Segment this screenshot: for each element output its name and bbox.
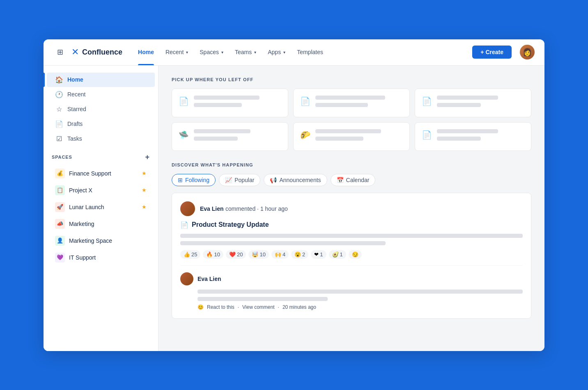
reactions-bar: 👍 25 🔥 10 ❤️ 20 🤯 10 (180, 250, 523, 259)
reaction-mindblown[interactable]: 🤯 10 (248, 250, 269, 259)
avocado-count: 1 (340, 251, 343, 258)
nav-item-spaces[interactable]: Spaces ▾ (194, 39, 229, 66)
recent-card-2[interactable]: 📄 (293, 89, 410, 117)
logo[interactable]: ✕ Confluence (71, 47, 122, 57)
user-avatar[interactable]: 👩 (520, 45, 535, 59)
card-6-line-1 (437, 129, 498, 133)
tasks-icon: ☑ (55, 135, 63, 143)
nav-item-templates[interactable]: Templates (291, 39, 329, 66)
smirk-emoji: 😏 (352, 251, 358, 258)
add-space-button[interactable]: + (145, 153, 150, 162)
projectx-space-label: Project X (69, 187, 92, 194)
feed-title-text: Product Strategy Update (192, 221, 269, 228)
feed-line-1 (180, 234, 523, 238)
card-6-line-2 (437, 137, 481, 141)
card-1-content (194, 96, 281, 110)
recent-card-1[interactable]: 📄 (172, 89, 288, 117)
nav-item-recent[interactable]: Recent ▾ (160, 39, 194, 66)
card-3-line-2 (437, 103, 481, 107)
filter-calendar-label: Calendar (346, 177, 370, 183)
sidebar-item-drafts[interactable]: 📄 Drafts (47, 117, 155, 131)
following-icon: ⊞ (178, 177, 183, 183)
red-heart-count: 1 (320, 251, 323, 258)
nav-item-apps[interactable]: Apps ▾ (262, 39, 291, 66)
comment-author-name: Eva Lien (198, 276, 221, 282)
card-4-icon: 🛸 (179, 130, 189, 140)
reaction-wow[interactable]: 😮 2 (291, 250, 308, 259)
filter-calendar[interactable]: 📅 Calendar (331, 174, 376, 186)
sidebar-home-label: Home (67, 76, 83, 83)
recent-cards-grid: 📄 📄 📄 (172, 89, 531, 151)
comment-content (180, 290, 523, 301)
filter-announcements[interactable]: 📢 Announcements (264, 174, 327, 186)
sidebar-item-starred[interactable]: ☆ Starred (47, 102, 155, 116)
create-label: + Create (480, 49, 503, 55)
recent-card-4[interactable]: 🛸 (172, 122, 288, 151)
sidebar-space-marketingspace[interactable]: 👤 Marketing Space (47, 233, 155, 249)
feed-time: 1 hour ago (260, 205, 288, 212)
recent-card-3[interactable]: 📄 (415, 89, 531, 117)
create-button[interactable]: + Create (472, 46, 512, 59)
reaction-heart[interactable]: ❤️ 20 (226, 250, 246, 259)
sidebar-recent-label: Recent (67, 91, 85, 98)
announcements-icon: 📢 (270, 177, 277, 183)
nav-item-home[interactable]: Home (132, 39, 160, 66)
lunar-star: ★ (142, 204, 147, 210)
reaction-fire[interactable]: 🔥 10 (203, 250, 223, 259)
card-4-line-1 (194, 129, 250, 133)
finance-space-icon: 💰 (55, 169, 65, 178)
reaction-red-heart[interactable]: ❤ 1 (311, 250, 326, 259)
star-icon: ☆ (55, 105, 63, 113)
sidebar-space-finance[interactable]: 💰 Finance Support ★ (47, 165, 155, 182)
wow-count: 2 (302, 251, 305, 258)
feed-content-preview (180, 234, 523, 245)
feed-author-name: Eva Lien (200, 205, 224, 212)
lunar-space-icon: 🚀 (55, 202, 65, 212)
card-3-content (437, 96, 524, 110)
view-comment-link[interactable]: View comment (242, 304, 274, 310)
reaction-thumbsup[interactable]: 👍 25 (180, 250, 200, 259)
card-6-content (437, 129, 524, 144)
filter-following[interactable]: ⊞ Following (172, 174, 216, 186)
nav-home-label: Home (138, 49, 154, 55)
recent-card-5[interactable]: 🌮 (293, 122, 410, 151)
recent-card-6[interactable]: 📄 (415, 122, 531, 151)
react-to-this-link[interactable]: React to this (207, 304, 234, 310)
card-3-icon: 📄 (422, 96, 432, 106)
sidebar-item-recent[interactable]: 🕐 Recent (47, 87, 155, 102)
card-2-icon: 📄 (300, 96, 310, 106)
reaction-smirk[interactable]: 😏 (349, 250, 362, 259)
calendar-icon: 📅 (337, 177, 344, 183)
sidebar-space-projectx[interactable]: 📋 Project X ★ (47, 182, 155, 198)
feed-article-title[interactable]: 📄 Product Strategy Update (180, 221, 523, 229)
grid-icon[interactable]: ⊞ (53, 46, 67, 59)
marketing-space-icon: 📣 (55, 219, 65, 229)
card-1-line-2 (194, 103, 242, 107)
spaces-header: SPACES + (44, 146, 158, 165)
nav-apps-label: Apps (268, 49, 281, 55)
thumbsup-emoji: 👍 (184, 251, 190, 258)
nav-item-teams[interactable]: Teams ▾ (229, 39, 262, 66)
sidebar-item-home[interactable]: 🏠 Home (47, 73, 155, 87)
nav-apps-chevron: ▾ (283, 50, 285, 55)
sidebar-space-lunar[interactable]: 🚀 Lunar Launch ★ (47, 199, 155, 215)
comment-author-avatar (180, 272, 193, 285)
sidebar-item-tasks[interactable]: ☑ Tasks (47, 132, 155, 146)
filter-popular[interactable]: 📈 Popular (219, 174, 260, 186)
projectx-space-icon: 📋 (55, 185, 65, 195)
clap-count: 4 (283, 251, 285, 258)
discover-section: DISCOVER WHAT'S HAPPENING ⊞ Following 📈 … (172, 162, 531, 319)
wow-emoji: 😮 (294, 251, 301, 258)
lunar-space-label: Lunar Launch (69, 204, 104, 210)
reaction-clap[interactable]: 🙌 4 (271, 250, 289, 259)
finance-star: ★ (142, 170, 147, 176)
card-2-line-2 (315, 103, 368, 107)
sidebar-space-itsupport[interactable]: 💜 IT Support (47, 249, 155, 266)
comment-footer: 😊 React to this · View comment · 20 minu… (180, 304, 523, 310)
sidebar-space-marketing[interactable]: 📣 Marketing (47, 216, 155, 232)
nav-recent-chevron: ▾ (186, 50, 188, 55)
spaces-label: SPACES (52, 155, 72, 160)
card-1-line-1 (194, 96, 260, 100)
marketing-space-label: Marketing (69, 221, 94, 227)
reaction-avocado[interactable]: 🥑 1 (329, 250, 346, 259)
